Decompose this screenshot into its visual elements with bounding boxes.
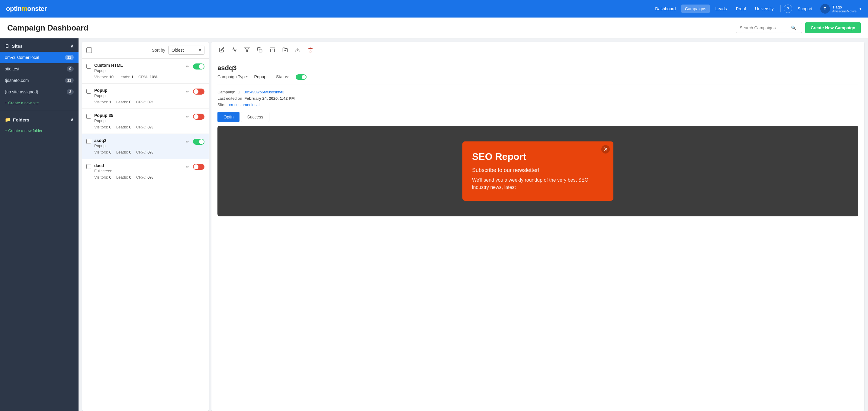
sidebar-item-label: (no site assigned) — [5, 89, 67, 94]
status-toggle[interactable] — [296, 74, 307, 80]
tab-success[interactable]: Success — [241, 112, 270, 122]
nav-support[interactable]: Support — [794, 4, 816, 13]
help-button[interactable]: ? — [784, 4, 792, 13]
search-campaigns-wrapper: 🔍 — [736, 23, 802, 33]
visitors-stat: Visitors: 0 — [94, 175, 112, 179]
sites-section-header: 🗒 Sites ∧ — [0, 38, 79, 52]
item-name: asdq3 — [94, 138, 181, 143]
cr-stat: CR%: 0% — [136, 125, 153, 129]
item-checkbox[interactable] — [86, 64, 91, 68]
item-type: Fullscreen — [94, 169, 181, 173]
sidebar-badge: 0 — [67, 66, 74, 71]
sidebar-item-label: site.test — [5, 66, 67, 71]
logo[interactable]: optinmonster — [6, 5, 47, 13]
campaign-item-asdq3[interactable]: asdq3 Popup Visitors: 6 Leads: 0 CR%: 0% — [82, 134, 209, 159]
folders-section-header: 📁 Folders ∧ — [0, 112, 79, 125]
content-area: Sort by Oldest Newest Name A-Z Name Z-A … — [79, 38, 868, 411]
campaign-id-link[interactable]: u854v0wp6fw0sosktvt3 — [244, 90, 284, 94]
sites-icon: 🗒 — [5, 43, 9, 49]
toolbar-edit-icon[interactable] — [217, 46, 226, 54]
item-actions: ✏ — [184, 138, 205, 145]
sidebar-item-tjdsneto[interactable]: tjdsneto.com 11 — [0, 75, 79, 86]
item-checkbox[interactable] — [86, 89, 91, 94]
visitors-stat: Visitors: 0 — [94, 125, 112, 129]
create-new-site-link[interactable]: + Create a new site — [0, 98, 79, 108]
last-edited-label: Last edited on — [217, 96, 242, 100]
user-dropdown-icon: ▼ — [859, 7, 862, 10]
toolbar-archive-icon[interactable] — [268, 46, 277, 54]
item-toggle[interactable] — [193, 89, 205, 95]
nav-university[interactable]: University — [751, 4, 777, 13]
create-campaign-button[interactable]: Create New Campaign — [805, 22, 861, 33]
visitors-stat: Visitors: 10 — [94, 75, 114, 79]
item-actions: ✏ — [184, 113, 205, 120]
sidebar: 🗒 Sites ∧ om-customer.local 12 site.test… — [0, 38, 79, 411]
search-icon[interactable]: 🔍 — [791, 25, 796, 30]
folders-collapse-icon[interactable]: ∧ — [70, 117, 74, 122]
item-checkbox[interactable] — [86, 164, 91, 169]
toolbar-copy-icon[interactable] — [255, 46, 264, 54]
item-edit-icon[interactable]: ✏ — [184, 88, 191, 95]
page-title: Campaign Dashboard — [7, 23, 89, 33]
sidebar-badge: 11 — [65, 78, 74, 83]
campaign-item-popup35[interactable]: Popup 35 Popup Visitors: 0 Leads: 0 CR%:… — [82, 109, 209, 134]
toolbar-move-icon[interactable] — [281, 46, 289, 54]
preview-tabs: Optin Success — [217, 112, 858, 122]
sidebar-item-no-site[interactable]: (no site assigned) 3 — [0, 86, 79, 98]
user-menu[interactable]: T Tiago AwesomeMotive ▼ — [820, 4, 862, 13]
toolbar-export-icon[interactable] — [293, 46, 302, 54]
topnav-links: Dashboard Campaigns Leads Proof Universi… — [651, 4, 862, 13]
campaign-id-row: Campaign ID: u854v0wp6fw0sosktvt3 — [217, 90, 858, 94]
sites-collapse-icon[interactable]: ∧ — [70, 43, 74, 49]
nav-campaigns[interactable]: Campaigns — [681, 4, 710, 13]
sort-label: Sort by — [152, 48, 165, 53]
nav-leads[interactable]: Leads — [712, 4, 730, 13]
toggle-knob — [194, 114, 198, 119]
item-checkbox[interactable] — [86, 139, 91, 144]
last-edited-val: February 24, 2020, 1:42 PM — [244, 96, 294, 100]
create-new-folder-link[interactable]: + Create a new folder — [0, 125, 79, 136]
popup-body: We'll send you a weekly roundup of the v… — [472, 176, 604, 191]
sidebar-divider — [0, 110, 79, 110]
sort-wrapper: Oldest Newest Name A-Z Name Z-A ▼ — [168, 46, 205, 55]
item-edit-icon[interactable]: ✏ — [184, 138, 191, 145]
search-input[interactable] — [740, 25, 791, 30]
nav-dashboard[interactable]: Dashboard — [651, 4, 680, 13]
item-edit-icon[interactable]: ✏ — [184, 163, 191, 171]
site-label: Site: — [217, 102, 225, 107]
item-edit-icon[interactable]: ✏ — [184, 63, 191, 70]
item-info: Popup Popup Visitors: 1 Leads: 0 CR%: 0% — [94, 88, 181, 104]
campaign-id-label: Campaign ID: — [217, 90, 241, 94]
tab-optin[interactable]: Optin — [217, 112, 240, 122]
sidebar-item-site-test[interactable]: site.test 0 — [0, 63, 79, 75]
item-stats: Visitors: 10 Leads: 1 CR%: 10% — [94, 75, 181, 79]
folders-icon: 📁 — [5, 117, 10, 122]
sidebar-badge: 3 — [67, 89, 74, 95]
item-toggle[interactable] — [193, 139, 205, 145]
item-info: Popup 35 Popup Visitors: 0 Leads: 0 CR%:… — [94, 113, 181, 129]
toolbar-filter-icon[interactable] — [243, 46, 251, 54]
nav-separator — [780, 5, 781, 12]
select-all-checkbox[interactable] — [86, 48, 92, 53]
toolbar-delete-icon[interactable] — [306, 46, 315, 54]
toolbar-analytics-icon[interactable] — [230, 46, 239, 54]
cr-stat: CR%: 0% — [136, 175, 153, 179]
nav-proof[interactable]: Proof — [733, 4, 750, 13]
sidebar-item-label: om-customer.local — [5, 55, 65, 60]
popup-close-icon[interactable]: ✕ — [601, 145, 610, 153]
item-toggle[interactable] — [193, 63, 205, 69]
item-stats: Visitors: 6 Leads: 0 CR%: 0% — [94, 150, 181, 154]
campaign-item-popup[interactable]: Popup Popup Visitors: 1 Leads: 0 CR%: 0% — [82, 84, 209, 109]
item-toggle[interactable] — [193, 114, 205, 120]
item-toggle[interactable] — [193, 164, 205, 170]
campaign-item-dasd[interactable]: dasd Fullscreen Visitors: 0 Leads: 0 CR%… — [82, 159, 209, 184]
sidebar-item-om-customer-local[interactable]: om-customer.local 12 — [0, 52, 79, 63]
sidebar-item-label: tjdsneto.com — [5, 78, 65, 83]
item-checkbox[interactable] — [86, 114, 91, 119]
item-stats: Visitors: 0 Leads: 0 CR%: 0% — [94, 175, 181, 179]
sort-select[interactable]: Oldest Newest Name A-Z Name Z-A — [168, 46, 205, 55]
item-edit-icon[interactable]: ✏ — [184, 113, 191, 120]
site-link[interactable]: om-customer.local — [228, 102, 259, 107]
campaign-item-custom-html[interactable]: Custom HTML Popup Visitors: 10 Leads: 1 … — [82, 59, 209, 84]
campaign-items: Custom HTML Popup Visitors: 10 Leads: 1 … — [82, 59, 209, 411]
